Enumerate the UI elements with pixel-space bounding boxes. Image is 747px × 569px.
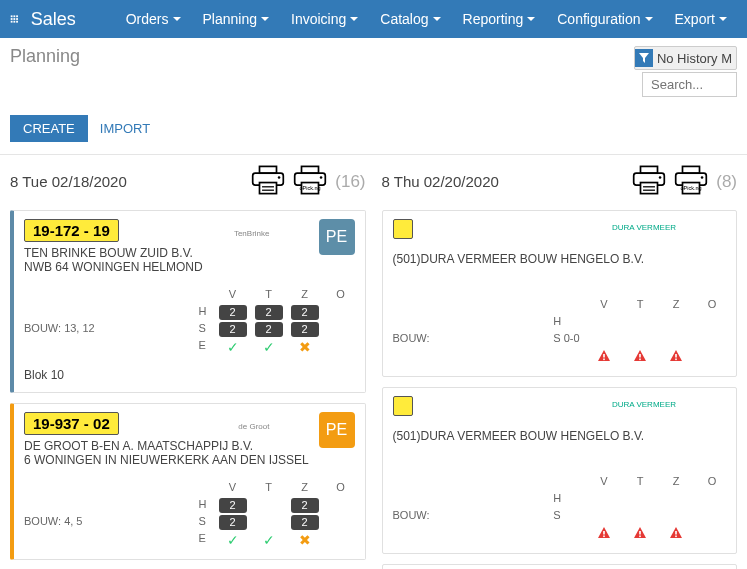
- brand[interactable]: Sales: [31, 9, 76, 30]
- error-icon: [590, 349, 618, 366]
- grid-head: Z: [291, 288, 319, 305]
- svg-rect-12: [260, 183, 277, 194]
- grid-head: V: [590, 298, 618, 315]
- import-button[interactable]: IMPORT: [100, 115, 150, 142]
- grid-head: O: [698, 298, 726, 315]
- card-customer: TEN BRINKE BOUW ZUID B.V.: [24, 246, 355, 260]
- card-customer: (501)DURA VERMEER BOUW HENGELO B.V.: [393, 429, 727, 443]
- apps-icon[interactable]: [10, 9, 19, 29]
- error-icon: [662, 349, 690, 366]
- grid-head: T: [626, 475, 654, 492]
- grid-head: O: [327, 288, 355, 305]
- nav-item-planning[interactable]: Planning: [193, 3, 280, 35]
- svg-point-28: [701, 176, 704, 179]
- grid-cell: 2: [219, 498, 247, 513]
- svg-rect-34: [639, 359, 641, 361]
- grid-head: Z: [291, 481, 319, 498]
- svg-text:oPick.ng: oPick.ng: [300, 185, 321, 191]
- kanban-columns: 8 Tue 02/18/2020 oPick.ng (16) 19-172 - …: [0, 155, 747, 569]
- planning-card[interactable]: 19-172 - 19PETenBrinkeTEN BRINKE BOUW ZU…: [10, 210, 366, 393]
- search-area: No History M: [634, 46, 737, 97]
- chevron-down-icon: [433, 17, 441, 21]
- pe-badge: PE: [319, 219, 355, 255]
- grid-cell: 2: [219, 515, 247, 530]
- svg-rect-32: [603, 359, 605, 361]
- svg-rect-7: [13, 21, 15, 23]
- page-title: Planning: [10, 46, 80, 67]
- svg-rect-26: [683, 166, 700, 173]
- job-tag: [393, 219, 413, 239]
- nav-item-configuration[interactable]: Configuration: [547, 3, 662, 35]
- svg-rect-1: [13, 15, 15, 17]
- error-icon: [662, 526, 690, 543]
- svg-rect-41: [675, 531, 677, 535]
- grid-head: V: [219, 288, 247, 305]
- grid-head: O: [327, 481, 355, 498]
- check-icon: ✓: [255, 339, 283, 355]
- topbar: Sales OrdersPlanningInvoicingCatalogRepo…: [0, 0, 747, 38]
- svg-rect-37: [603, 531, 605, 535]
- nav-item-export[interactable]: Export: [665, 3, 737, 35]
- grid-cell: 2: [255, 305, 283, 320]
- svg-rect-40: [639, 536, 641, 538]
- grid-cell: 2: [291, 498, 319, 513]
- search-input[interactable]: [642, 72, 737, 97]
- company-logo: de Groot: [238, 422, 269, 431]
- toolbar: Planning No History M CREATE IMPORT: [0, 38, 747, 155]
- svg-rect-9: [260, 166, 277, 173]
- chevron-down-icon: [527, 17, 535, 21]
- nav-item-reporting[interactable]: Reporting: [453, 3, 546, 35]
- pe-badge: PE: [319, 412, 355, 448]
- print-icon[interactable]: [632, 165, 666, 198]
- column-count: (8): [716, 172, 737, 192]
- svg-rect-20: [641, 166, 658, 173]
- grid-head: T: [626, 298, 654, 315]
- svg-point-22: [659, 176, 662, 179]
- check-icon: ✓: [219, 532, 247, 548]
- chevron-down-icon: [173, 17, 181, 21]
- filter-badge[interactable]: No History M: [634, 46, 737, 70]
- check-icon: ✓: [255, 532, 283, 548]
- company-logo: DURA VERMEER: [612, 400, 676, 409]
- svg-text:oPick.ng: oPick.ng: [681, 185, 702, 191]
- print-picking-icon[interactable]: oPick.ng: [674, 165, 708, 198]
- column-count: (16): [335, 172, 365, 192]
- company-logo: TenBrinke: [234, 229, 270, 238]
- print-icon[interactable]: [251, 165, 285, 198]
- planning-card[interactable]: DURA VERMEER(501)DURA VERMEER BOUW HENGE…: [382, 210, 738, 377]
- planning-card[interactable]: [382, 564, 738, 569]
- svg-rect-2: [16, 15, 18, 17]
- nav-item-invoicing[interactable]: Invoicing: [281, 3, 368, 35]
- grid-head: V: [219, 481, 247, 498]
- svg-point-17: [320, 176, 323, 179]
- create-button[interactable]: CREATE: [10, 115, 88, 142]
- planning-card[interactable]: DURA VERMEER(501)DURA VERMEER BOUW HENGE…: [382, 387, 738, 554]
- grid-cell: 2: [219, 305, 247, 320]
- svg-rect-38: [603, 536, 605, 538]
- grid-head: O: [698, 475, 726, 492]
- grid-cell: 2: [219, 322, 247, 337]
- chevron-down-icon: [719, 17, 727, 21]
- job-tag: [393, 396, 413, 416]
- column-date: 8 Thu 02/20/2020: [382, 173, 625, 190]
- warn-icon: ✖: [291, 339, 319, 355]
- error-icon: [626, 349, 654, 366]
- nav-item-catalog[interactable]: Catalog: [370, 3, 450, 35]
- print-picking-icon[interactable]: oPick.ng: [293, 165, 327, 198]
- column-date: 8 Tue 02/18/2020: [10, 173, 243, 190]
- error-icon: [590, 526, 618, 543]
- kanban-column: 8 Tue 02/18/2020 oPick.ng (16) 19-172 - …: [10, 165, 366, 569]
- nav: OrdersPlanningInvoicingCatalogReportingC…: [116, 3, 737, 35]
- svg-rect-42: [675, 536, 677, 538]
- svg-point-11: [278, 176, 281, 179]
- error-icon: [626, 526, 654, 543]
- svg-rect-39: [639, 531, 641, 535]
- job-tag: 19-937 - 02: [24, 412, 119, 435]
- card-project: 6 WONINGEN IN NIEUWERKERK AAN DEN IJSSEL: [24, 453, 355, 467]
- svg-rect-6: [11, 21, 13, 23]
- nav-item-orders[interactable]: Orders: [116, 3, 191, 35]
- chevron-down-icon: [645, 17, 653, 21]
- svg-rect-8: [16, 21, 18, 23]
- planning-card[interactable]: 19-937 - 02PEde GrootDE GROOT B-EN A. MA…: [10, 403, 366, 560]
- job-tag: 19-172 - 19: [24, 219, 119, 242]
